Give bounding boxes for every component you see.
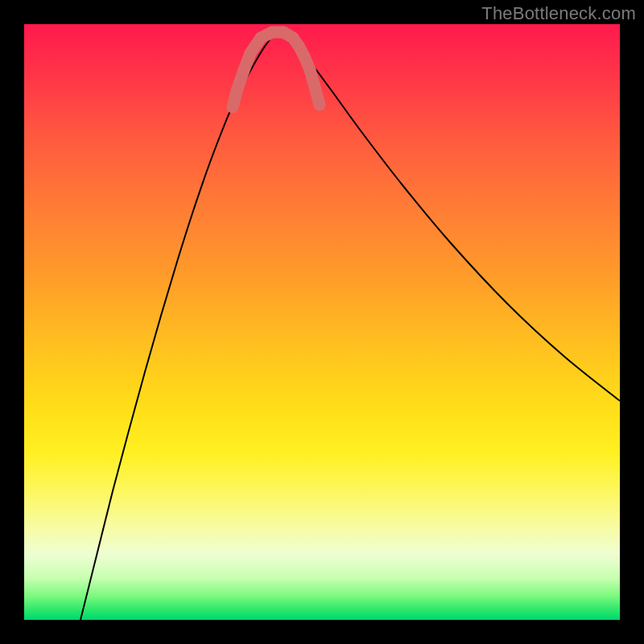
chart-frame: TheBottleneck.com [0, 0, 644, 644]
valley-marker [309, 81, 321, 93]
watermark-text: TheBottleneck.com [481, 3, 636, 24]
curve-layer [80, 31, 620, 620]
valley-marker [314, 99, 326, 111]
valley-marker [266, 27, 279, 39]
valley-marker [238, 64, 250, 76]
valley-marker [299, 51, 311, 63]
valley-marker [255, 32, 267, 44]
valley-marker [245, 47, 257, 60]
right-curve [277, 31, 620, 401]
valley-marker [304, 64, 316, 76]
left-curve [80, 31, 277, 620]
valley-marker [293, 40, 305, 52]
plot-area [24, 24, 620, 620]
chart-svg [24, 24, 620, 620]
valley-marker [232, 83, 244, 95]
valley-marker [227, 101, 239, 114]
marker-layer [227, 27, 326, 114]
